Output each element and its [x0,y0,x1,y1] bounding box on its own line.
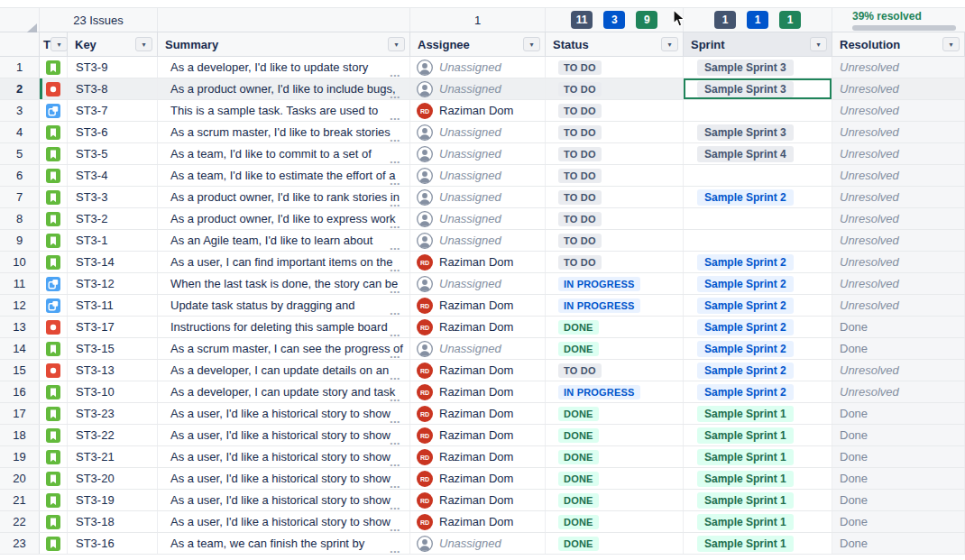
sprint-cell[interactable]: Sample Sprint 1 [684,533,832,554]
row-number-cell[interactable]: 4 [0,122,40,142]
issue-type-cell[interactable] [40,403,68,424]
summary-cell[interactable]: As a scrum master, I can see the progres… [158,338,410,359]
status-cell[interactable]: DONE [546,403,684,424]
summary-cell[interactable]: This is a sample task. Tasks are used to… [158,100,410,121]
sprint-cell[interactable]: Sample Sprint 2 [684,187,832,207]
resolution-cell[interactable]: Done [832,468,965,489]
status-cell[interactable]: IN PROGRESS [546,273,684,294]
resolution-cell[interactable]: Done [832,533,965,554]
column-header-assignee[interactable]: Assignee▾ [410,32,546,56]
sprint-cell[interactable]: Sample Sprint 2 [684,338,832,359]
assignee-cell[interactable]: Unassigned [410,165,546,186]
status-cell[interactable]: TO DO [546,57,684,78]
sprint-cell[interactable] [684,208,832,229]
filter-dropdown-status-icon[interactable]: ▾ [661,37,678,51]
resolution-cell[interactable]: Done [832,317,965,337]
summary-cell[interactable]: When the last task is done, the story ca… [158,273,410,294]
issue-type-cell[interactable] [40,122,68,142]
issue-key-cell[interactable]: ST3-1 [68,230,158,251]
issue-key-cell[interactable]: ST3-21 [68,446,158,467]
column-header-status[interactable]: Status▾ [546,32,684,56]
sprint-cell[interactable]: Sample Sprint 4 [684,143,832,164]
status-cell[interactable]: TO DO [546,78,684,99]
assignee-cell[interactable]: Unassigned [410,230,546,251]
sprint-cell[interactable]: Sample Sprint 3 [684,57,832,78]
sprint-cell[interactable]: Sample Sprint 1 [684,403,832,424]
row-number-cell[interactable]: 3 [0,100,40,121]
row-number-cell[interactable]: 13 [0,317,40,337]
sprint-cell[interactable]: Sample Sprint 1 [684,446,832,467]
resolution-cell[interactable]: Done [832,490,965,510]
status-cell[interactable]: DONE [546,511,684,532]
resolution-cell[interactable]: Unresolved [832,143,965,164]
summary-cell[interactable]: As a user, I can find important items on… [158,252,410,272]
row-number-cell[interactable]: 6 [0,165,40,186]
issue-type-cell[interactable] [40,273,68,294]
row-number-cell[interactable]: 10 [0,252,40,272]
filter-dropdown-type-icon[interactable]: ▾ [51,37,68,51]
issue-key-cell[interactable]: ST3-9 [68,57,158,78]
row-number-cell[interactable]: 9 [0,230,40,251]
summary-cell[interactable]: As a user, I'd like a historical story t… [158,511,410,532]
assignee-cell[interactable]: Unassigned [410,533,546,554]
issue-key-cell[interactable]: ST3-10 [68,381,158,402]
row-number-cell[interactable]: 20 [0,468,40,489]
assignee-cell[interactable]: Unassigned [410,208,546,229]
assignee-cell[interactable]: Unassigned [410,338,546,359]
status-cell[interactable]: TO DO [546,143,684,164]
column-header-resolution[interactable]: Resolution▾ [832,32,965,56]
status-cell[interactable]: DONE [546,490,684,510]
resolution-cell[interactable]: Unresolved [832,360,965,381]
assignee-cell[interactable]: RDRaziman Dom [410,360,546,381]
row-number-cell[interactable]: 5 [0,143,40,164]
issue-type-cell[interactable] [40,78,68,99]
summary-cell[interactable]: As a team, I'd like to commit to a set o… [158,143,410,164]
resolution-cell[interactable]: Unresolved [832,230,965,251]
sprint-cell-selected[interactable]: Sample Sprint 3 [684,78,832,99]
resolution-cell[interactable]: Unresolved [832,208,965,229]
issue-key-cell[interactable]: ST3-7 [68,100,158,121]
issue-key-cell[interactable]: ST3-19 [68,490,158,510]
assignee-cell[interactable]: RDRaziman Dom [410,468,546,489]
summary-cell[interactable]: As a team, I'd like to estimate the effo… [158,165,410,186]
summary-cell[interactable]: As a product owner, I'd like to express … [158,208,410,229]
summary-cell[interactable]: As a scrum master, I'd like to break sto… [158,122,410,142]
status-cell[interactable]: TO DO [546,252,684,272]
issue-key-cell[interactable]: ST3-18 [68,511,158,532]
summary-cell[interactable]: As a developer, I'd like to update story… [158,57,410,78]
issue-type-cell[interactable] [40,317,68,337]
status-cell[interactable]: TO DO [546,360,684,381]
status-cell[interactable]: TO DO [546,122,684,142]
status-cell[interactable]: TO DO [546,100,684,121]
resolution-cell[interactable]: Unresolved [832,295,965,316]
issue-type-cell[interactable] [40,165,68,186]
assignee-cell[interactable]: RDRaziman Dom [410,425,546,445]
column-header-summary[interactable]: Summary▾ [158,32,410,56]
status-cell[interactable]: DONE [546,446,684,467]
issue-type-cell[interactable] [40,143,68,164]
status-cell[interactable]: DONE [546,425,684,445]
sprint-cell[interactable]: Sample Sprint 2 [684,273,832,294]
issue-type-cell[interactable] [40,381,68,402]
sprint-cell[interactable]: Sample Sprint 2 [684,295,832,316]
issue-type-cell[interactable] [40,100,68,121]
sprint-cell[interactable] [684,230,832,251]
row-number-cell[interactable]: 2 [0,78,40,99]
assignee-cell[interactable]: RDRaziman Dom [410,446,546,467]
assignee-cell[interactable]: RDRaziman Dom [410,317,546,337]
assignee-cell[interactable]: RDRaziman Dom [410,252,546,272]
column-header-sprint[interactable]: Sprint▾ [684,32,832,56]
issue-type-cell[interactable] [40,360,68,381]
resolution-cell[interactable]: Unresolved [832,57,965,78]
summary-cell[interactable]: As a product owner, I'd like to rank sto… [158,187,410,207]
assignee-cell[interactable]: RDRaziman Dom [410,100,546,121]
issue-type-cell[interactable] [40,295,68,316]
issue-key-cell[interactable]: ST3-22 [68,425,158,445]
sprint-cell[interactable] [684,165,832,186]
issue-key-cell[interactable]: ST3-6 [68,122,158,142]
row-number-cell[interactable]: 14 [0,338,40,359]
issue-type-cell[interactable] [40,57,68,78]
resolution-cell[interactable]: Done [832,403,965,424]
row-number-cell[interactable]: 15 [0,360,40,381]
sprint-cell[interactable]: Sample Sprint 1 [684,511,832,532]
